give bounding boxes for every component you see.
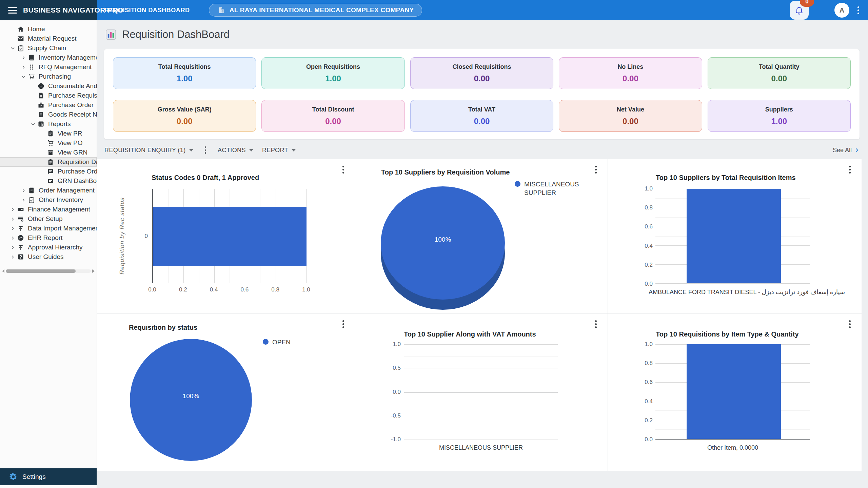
pie-slice[interactable]: 100% — [130, 339, 252, 461]
sidebar-item-purchase-order[interactable]: Purchase Order — [0, 100, 97, 110]
brand-area: BUSINESS NAVIGATOR PRO — [0, 0, 97, 20]
bell-icon — [794, 5, 804, 15]
chevron-spacer — [38, 148, 47, 157]
scrollbar-thumb[interactable] — [6, 269, 76, 273]
notifications-button[interactable]: 0 — [790, 1, 809, 20]
sidebar-scrollbar[interactable] — [2, 269, 95, 273]
receipt-icon — [37, 111, 45, 118]
legend-swatch — [515, 181, 520, 187]
chevron-right-icon[interactable] — [8, 252, 17, 262]
sidebar-item-label: Purchase Order — [48, 101, 94, 109]
chart-menu-kebab[interactable] — [848, 319, 852, 329]
sidebar-item-home[interactable]: Home — [0, 24, 97, 34]
report-dropdown[interactable]: REPORT — [262, 147, 296, 154]
sidebar-item-requisition-dashboard[interactable]: Requisition DashBoard — [0, 157, 97, 167]
notification-badge: 0 — [800, 0, 814, 7]
chevron-right-icon[interactable] — [19, 53, 28, 62]
sidebar-item-order-management[interactable]: Order Management — [0, 186, 97, 195]
bar-segment[interactable] — [687, 189, 781, 283]
header-menu-kebab[interactable] — [855, 4, 861, 16]
sidebar-item-inventory-management[interactable]: Inventory Management — [0, 53, 97, 62]
sidebar-item-view-grn[interactable]: View GRN — [0, 148, 97, 157]
sidebar-item-consumable-and-fixed[interactable]: Consumable And Fixed — [0, 81, 97, 91]
chevron-spacer — [8, 24, 17, 34]
settings-button[interactable]: Settings — [0, 468, 97, 485]
kpi-card-total-discount: Total Discount0.00 — [261, 100, 405, 132]
sidebar-item-rfq-management[interactable]: RFQ Management — [0, 62, 97, 72]
kpi-card-gross-value-sar: Gross Value (SAR)0.00 — [113, 100, 256, 132]
x-axis-ticks: 0.00.20.40.60.81.0 — [152, 286, 306, 294]
toolbar-kebab[interactable] — [203, 145, 208, 155]
chevron-right-icon[interactable] — [8, 233, 17, 243]
chevron-spacer — [8, 34, 17, 43]
sidebar-item-data-import-management[interactable]: Data Import Management — [0, 224, 97, 233]
report-label: REPORT — [262, 147, 288, 154]
griddots-icon — [28, 63, 35, 71]
actions-dropdown[interactable]: ACTIONS — [218, 147, 253, 154]
chevron-right-icon[interactable] — [19, 186, 28, 195]
sidebar-item-approval-hierarchy[interactable]: Approval Hierarchy — [0, 243, 97, 252]
company-selector[interactable]: AL RAYA INTERNATIONAL MEDICAL COMPLEX CO… — [209, 4, 422, 17]
home-icon — [17, 25, 24, 33]
pluscircle-icon — [37, 82, 45, 90]
toolbar: REQUISITION ENQUIRY (1) ACTIONS REPORT S… — [104, 144, 860, 156]
chart-menu-kebab[interactable] — [341, 319, 346, 329]
scroll-left-icon[interactable] — [2, 269, 4, 273]
chevron-right-icon[interactable] — [19, 195, 28, 205]
pie-slice[interactable]: 100% — [381, 186, 505, 300]
sidebar-item-ehr-report[interactable]: EHR Report — [0, 233, 97, 243]
pie-slice-label: 100% — [183, 392, 199, 400]
sidebar-item-view-po[interactable]: View PO — [0, 138, 97, 148]
sidebar-item-label: EHR Report — [28, 234, 62, 242]
kpi-value: 1.00 — [177, 74, 193, 83]
header-page-label: REQUISITION DASHBOARD — [104, 7, 190, 14]
chevron-right-icon[interactable] — [8, 205, 17, 214]
chevron-right-icon[interactable] — [8, 243, 17, 252]
chevron-down-icon[interactable] — [8, 43, 17, 53]
chevron-right-icon[interactable] — [19, 62, 28, 72]
sidebar-item-reports[interactable]: Reports — [0, 119, 97, 129]
sidebar-item-finance-management[interactable]: Finance Management — [0, 205, 97, 214]
menu-icon[interactable] — [8, 7, 17, 14]
bar-segment[interactable] — [687, 344, 781, 439]
sidebar-item-user-guides[interactable]: User Guides — [0, 252, 97, 262]
sidebar-item-label: Supply Chain — [28, 44, 66, 52]
chart-menu-kebab[interactable] — [341, 164, 346, 175]
sidebar-item-label: Finance Management — [28, 206, 90, 213]
chart-menu-kebab[interactable] — [594, 319, 598, 329]
scroll-right-icon[interactable] — [92, 269, 95, 273]
chevron-right-icon[interactable] — [8, 224, 17, 233]
sidebar-item-purchasing[interactable]: Purchasing — [0, 72, 97, 81]
gauge-icon — [17, 234, 24, 242]
sidebar-item-other-inventory[interactable]: Other Inventory — [0, 195, 97, 205]
sidebar-item-purchase-requisition[interactable]: Purchase Requisition — [0, 91, 97, 100]
sidebar-item-goods-receipt-note[interactable]: Goods Receipt Note — [0, 110, 97, 119]
main-content: Requisition DashBoard Total Requisitions… — [97, 20, 868, 488]
sidebar-item-supply-chain[interactable]: Supply Chain — [0, 43, 97, 53]
bar-segment[interactable] — [153, 207, 307, 266]
sidebar-item-purchase-order-dashboard[interactable]: Purchase Order Dashboard — [0, 167, 97, 176]
plot-area — [152, 189, 306, 283]
chart-menu-kebab[interactable] — [594, 164, 598, 175]
avatar[interactable]: A — [834, 3, 849, 18]
chevron-right-icon[interactable] — [8, 214, 17, 224]
chevron-down-icon[interactable] — [19, 72, 28, 81]
kpi-label: No Lines — [617, 63, 643, 70]
y-axis-label: Requisition by Rec status — [115, 189, 129, 283]
chart-menu-kebab[interactable] — [848, 164, 852, 175]
sidebar-item-view-pr[interactable]: View PR — [0, 129, 97, 138]
kpi-card-closed-requisitions: Closed Requisitions0.00 — [410, 57, 553, 89]
sidebar-item-grn-dashboard[interactable]: GRN DashBoard — [0, 176, 97, 186]
see-all-button[interactable]: See All — [833, 147, 860, 154]
book-icon — [28, 54, 35, 61]
kpi-label: Total VAT — [468, 106, 495, 113]
chevron-down-icon — [189, 149, 193, 151]
chevron-down-icon[interactable] — [28, 119, 37, 129]
kpi-card-total-vat: Total VAT0.00 — [410, 100, 553, 132]
sidebar-item-material-request[interactable]: Material Request — [0, 34, 97, 43]
sidebar-item-other-setup[interactable]: Other Setup — [0, 214, 97, 224]
x-category-label: AMBULANCE FORD TRANSIT DIESEL - سيارة إس… — [649, 288, 817, 296]
requisition-enquiry-dropdown[interactable]: REQUISITION ENQUIRY (1) — [104, 147, 193, 154]
kpi-label: Net Value — [617, 106, 644, 113]
pie-slice-label: 100% — [435, 236, 451, 243]
